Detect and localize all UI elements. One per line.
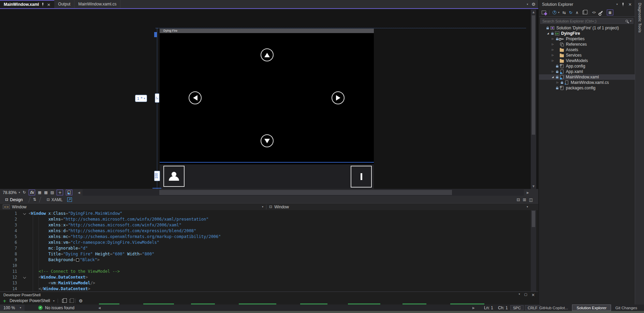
tree-item-viewmodels[interactable]: ▷ViewModels xyxy=(539,58,635,63)
popout-pane-button[interactable]: ↗ xyxy=(67,197,72,202)
terminal-profile-dropdown[interactable]: Developer PowerShell xyxy=(10,298,50,303)
pin-icon[interactable] xyxy=(41,3,44,6)
terminal-settings-gear-icon[interactable]: ⚙ xyxy=(79,298,83,303)
tree-item-references[interactable]: ▷References xyxy=(539,42,635,47)
scrollbar-thumb[interactable] xyxy=(532,211,535,227)
tree-item-properties[interactable]: ▷Properties xyxy=(539,36,635,42)
tree-item-solution-dyingfire-1-of-1-project[interactable]: Solution 'DyingFire' (1 of 1 project) xyxy=(539,25,635,31)
down-arrow-button-preview[interactable] xyxy=(261,134,274,147)
grid-adorner-handle[interactable] xyxy=(154,32,157,37)
code-line[interactable]: 7 mc:Ignorable="d" xyxy=(0,245,538,251)
collapsed-chevron-icon[interactable]: ▷ xyxy=(551,38,555,40)
code-line[interactable]: 2 xmlns="http://schemas.microsoft.com/wi… xyxy=(0,217,538,222)
collapsed-chevron-icon[interactable]: ▷ xyxy=(551,70,555,73)
effects-toggle-button[interactable]: fx xyxy=(29,190,35,195)
tree-item-services[interactable]: ▷Services xyxy=(539,53,635,58)
code-line[interactable]: 5 xmlns:mc="http://schemas.openxmlformat… xyxy=(0,234,538,240)
tree-item-packages-config[interactable]: packages.config xyxy=(539,85,635,91)
maximize-icon[interactable]: ▢ xyxy=(524,293,527,297)
copy-icon[interactable] xyxy=(62,299,65,303)
tree-item-mainwindow-xaml[interactable]: ◢MainWindow.xaml xyxy=(539,74,635,80)
code-line[interactable]: 1<Window x:Class="DyingFire.MainWindow" xyxy=(0,211,538,217)
disable-project-code-button[interactable] xyxy=(66,190,72,195)
grid-row-index-pill[interactable]: 1 * ▾ xyxy=(135,95,147,102)
indentation-indicator[interactable]: SPC xyxy=(510,305,524,310)
properties-pages-icon[interactable] xyxy=(583,11,586,14)
tab-output[interactable]: Output xyxy=(54,0,74,8)
chevron-down-icon[interactable]: ▾ xyxy=(558,11,559,14)
search-input[interactable] xyxy=(542,19,626,23)
up-arrow-button-preview[interactable] xyxy=(261,48,274,61)
view-code-icon[interactable]: <> xyxy=(592,11,596,14)
show-background-icon[interactable]: ▨ xyxy=(50,190,54,195)
tab-mainwindow-xaml[interactable]: MainWindow.xaml × xyxy=(0,0,54,8)
split-horizontal-icon[interactable]: ⊟ xyxy=(517,197,520,202)
collapsed-chevron-icon[interactable]: ▷ xyxy=(551,54,555,57)
scroll-up-icon[interactable]: ▲ xyxy=(531,11,536,14)
chevron-down-icon[interactable]: ▾ xyxy=(630,19,631,23)
fold-chevron-icon[interactable] xyxy=(23,212,26,215)
powershell-panel-header[interactable]: Developer PowerShell ▾ ▢ × xyxy=(0,292,538,298)
collapsed-chevron-icon[interactable]: ▷ xyxy=(551,59,555,62)
element-breadcrumb-right[interactable]: ⊡ Window ▾ xyxy=(266,204,538,210)
snaplines-toggle-button[interactable]: + xyxy=(57,190,63,195)
tree-item-assets[interactable]: ▷Assets xyxy=(539,47,635,53)
right-arrow-button-preview[interactable] xyxy=(332,91,345,104)
show-all-files-toggle[interactable]: ▦ xyxy=(607,10,613,15)
code-vertical-scrollbar[interactable] xyxy=(531,210,536,292)
solution-explorer-header[interactable]: Solution Explorer ▾ × xyxy=(539,0,635,9)
close-icon[interactable]: × xyxy=(628,2,632,7)
item-slot-button-preview[interactable] xyxy=(351,166,372,188)
sync-with-active-document-icon[interactable] xyxy=(542,11,546,14)
chevron-down-icon[interactable]: ▾ xyxy=(518,293,520,297)
refresh-icon[interactable]: ↻ xyxy=(569,10,572,15)
diagnostic-tools-tab[interactable]: Diagnostic Tools xyxy=(635,0,644,304)
show-grid-icon[interactable]: ▦ xyxy=(38,190,41,195)
left-arrow-button-preview[interactable] xyxy=(189,91,202,104)
code-line[interactable]: 8 Title="Dying Fire" Height="600" Width=… xyxy=(0,251,538,257)
code-line[interactable]: 14 </Window.DataContext> xyxy=(0,286,538,292)
code-line[interactable]: 9 Background="Black"> xyxy=(0,257,538,263)
close-icon[interactable]: × xyxy=(531,293,535,297)
tab-mainwindow-xaml-cs[interactable]: MainWindow.xaml.cs xyxy=(74,0,120,8)
pin-icon[interactable] xyxy=(621,3,625,6)
collapsed-chevron-icon[interactable]: ▷ xyxy=(551,48,555,51)
xaml-designer-surface[interactable]: Dying Fire 1 * ▾ 1* 100 ▲ ▼ xyxy=(0,10,538,189)
line-indicator[interactable]: Ln: 1 xyxy=(484,304,493,311)
collapsed-chevron-icon[interactable]: ▷ xyxy=(551,43,555,46)
preview-bottom-panel[interactable] xyxy=(160,164,374,189)
tab-design-view[interactable]: ⊡ Design xyxy=(2,196,26,203)
code-line[interactable]: 3 xmlns:x="http://schemas.microsoft.com/… xyxy=(0,222,538,228)
tree-item-app-xaml[interactable]: ▷App.xaml xyxy=(539,69,635,74)
code-line[interactable]: 10 xyxy=(0,263,538,269)
tree-item-app-config[interactable]: App.config xyxy=(539,63,635,69)
panel-tab-github-copilot[interactable]: GitHub Copilot... xyxy=(535,304,572,311)
scroll-left-icon[interactable]: ◀ xyxy=(98,306,101,310)
expanded-chevron-icon[interactable]: ◢ xyxy=(551,76,555,78)
scroll-left-icon[interactable]: ◀ xyxy=(78,189,80,196)
code-line[interactable]: 11 <!-- Connect to the ViewModel --> xyxy=(0,269,538,274)
code-line[interactable]: 13 <vm:MainViewModel/> xyxy=(0,280,538,286)
artboard-window-preview[interactable]: Dying Fire xyxy=(160,29,374,189)
properties-wrench-icon[interactable] xyxy=(599,11,603,14)
code-line[interactable]: 6 xmlns:vm="clr-namespace:DyingFire.View… xyxy=(0,240,538,245)
fold-chevron-icon[interactable] xyxy=(23,276,26,279)
collapsed-chevron-icon[interactable]: ▷ xyxy=(555,81,560,84)
element-breadcrumb-left[interactable]: <> Window ▾ xyxy=(0,204,266,210)
refresh-designer-icon[interactable]: ↻ xyxy=(23,190,26,195)
zoom-dropdown[interactable]: 78.83% ▾ xyxy=(3,190,20,195)
scroll-right-icon[interactable]: ▶ xyxy=(527,189,529,196)
character-slot-button-preview[interactable] xyxy=(163,166,185,187)
column-indicator[interactable]: Ch: 1 xyxy=(498,304,508,311)
snap-grid-icon[interactable]: ▩ xyxy=(44,190,47,195)
close-icon[interactable]: × xyxy=(47,2,50,7)
expanded-chevron-icon[interactable]: ◢ xyxy=(546,32,550,35)
design-horizontal-scrollbar[interactable] xyxy=(83,189,524,196)
scroll-right-icon[interactable]: ▶ xyxy=(472,304,475,311)
swap-panes-button[interactable]: ⇅ xyxy=(33,197,36,202)
search-icon[interactable] xyxy=(626,20,628,22)
tree-item-mainwindow-xaml-cs[interactable]: ▷MainWindow.xaml.cs xyxy=(539,80,635,85)
tree-item-dyingfire[interactable]: ◢DyingFire xyxy=(539,31,635,36)
tab-xaml-view[interactable]: ⊡ XAML xyxy=(44,196,66,203)
split-grid-icon[interactable]: ◫ xyxy=(529,197,533,202)
